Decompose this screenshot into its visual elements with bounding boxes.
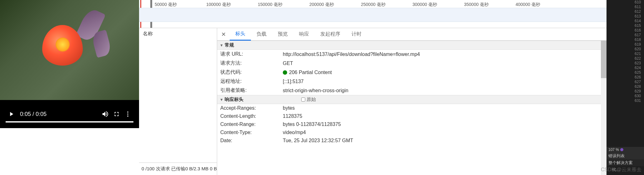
ide-zoom-value: 107 % [608,148,619,152]
remote-address-value: [::1]:5137 [283,78,304,85]
requests-list[interactable] [139,40,217,162]
ide-line-number: 617 [607,33,644,38]
ide-line-number: 620 [607,47,644,52]
watermark: CSDN @云来雁去 [601,167,642,173]
close-detail-button[interactable]: ✕ [217,28,230,41]
timeline-tick: 300000 毫秒 [412,2,437,8]
raw-checkbox-input[interactable] [301,98,305,102]
play-button[interactable] [6,108,17,120]
status-bar: 0 /100 次请求 已传输0 B/2.3 MB 0 B /2 [139,162,217,175]
video-frame [0,0,139,100]
ide-line-number: 628 [607,84,644,89]
ide-line-number: 614 [607,19,644,23]
tab-timing[interactable]: 计时 [346,28,367,41]
status-dot-icon [283,70,287,75]
request-method-label: 请求方法: [220,60,283,67]
disclosure-triangle-icon: ▼ [220,98,223,102]
request-detail: ✕ 标头 负载 预览 响应 发起程序 计时 ▼ 常规 请求 URL:http:/… [217,28,607,175]
content-length-value: 1128375 [283,113,302,119]
timeline-tick: 150000 毫秒 [258,2,282,8]
ide-line-number: 631 [607,98,644,103]
timeline-tick: 50000 毫秒 [155,2,177,8]
ide-sidebar: 6106116126136146156166176186196206216226… [607,0,644,175]
ide-line-number: 616 [607,28,644,33]
detail-tabs: ✕ 标头 负载 预览 响应 发起程序 计时 [217,28,607,41]
ide-line-number: 618 [607,38,644,42]
timeline-tick: 100000 毫秒 [206,2,231,8]
ide-line-number: 626 [607,75,644,80]
content-length-label: Content-Length: [220,113,283,119]
requests-name-column: 名称 0 /100 次请求 已传输0 B/2.3 MB 0 B /2 [139,28,217,175]
section-response-headers[interactable]: ▼ 响应标头 原始 [217,95,601,104]
name-column-header[interactable]: 名称 [139,28,217,40]
network-timeline[interactable]: 50000 毫秒100000 毫秒150000 毫秒200000 毫秒25000… [139,0,607,28]
referrer-policy-label: 引用者策略: [220,87,283,94]
ide-line-number: 615 [607,23,644,28]
timeline-ruler: 50000 毫秒100000 毫秒150000 毫秒200000 毫秒25000… [139,0,607,8]
section-general[interactable]: ▼ 常规 [217,41,601,50]
ide-line-number: 630 [607,94,644,98]
ide-line-number: 621 [607,52,644,56]
scrollbar-thumb[interactable] [601,41,607,78]
video-controls: 0:05 / 0:05 [0,100,139,128]
tab-response[interactable]: 响应 [293,28,315,41]
request-method-value: GET [283,60,293,67]
video-content-flower-center [56,38,70,52]
disclosure-triangle-icon: ▼ [220,43,223,48]
status-code-label: 状态代码: [220,69,283,76]
section-response-headers-label: 响应标头 [225,97,243,102]
timeline-tick: 400000 毫秒 [516,2,540,8]
fullscreen-button[interactable] [111,108,122,120]
volume-button[interactable] [100,108,111,120]
ide-line-number: 624 [607,66,644,70]
ide-solution-scope[interactable]: 整个解决方案 [607,159,644,166]
tab-headers[interactable]: 标头 [230,28,251,41]
content-range-value: bytes 0-1128374/1128375 [283,122,341,127]
video-player[interactable]: 0:05 / 0:05 [0,0,139,128]
content-type-value: video/mp4 [283,130,306,135]
request-url-label: 请求 URL: [220,51,283,58]
timeline-tick: 200000 毫秒 [309,2,334,8]
tab-preview[interactable]: 预览 [272,28,293,41]
ide-line-number: 612 [607,9,644,14]
ide-line-number: 629 [607,89,644,94]
raw-checkbox-label: 原始 [307,97,316,102]
content-type-label: Content-Type: [220,130,283,135]
progress-bar[interactable] [6,121,133,122]
more-options-button[interactable] [122,108,133,120]
content-range-label: Content-Range: [220,122,283,127]
svg-point-2 [127,116,128,117]
timeline-tick: 350000 毫秒 [464,2,489,8]
tab-payload[interactable]: 负载 [251,28,272,41]
ide-line-number: 619 [607,42,644,47]
accept-ranges-label: Accept-Ranges: [220,105,283,111]
remote-address-label: 远程地址: [220,78,283,85]
date-value: Tue, 25 Jul 2023 12:32:57 GMT [283,138,353,143]
raw-checkbox[interactable]: 原始 [301,97,316,102]
video-time: 0:05 / 0:05 [20,111,100,118]
ide-line-number: 613 [607,14,644,19]
ide-line-number: 610 [607,0,644,5]
ide-line-number: 622 [607,56,644,61]
accept-ranges-value: bytes [283,105,295,111]
tab-initiator[interactable]: 发起程序 [315,28,346,41]
svg-point-0 [127,112,128,113]
vertical-scrollbar[interactable] [601,41,607,175]
ide-line-number: 625 [607,70,644,75]
ide-line-number: 627 [607,80,644,84]
status-code-value: 206 Partial Content [289,70,332,75]
ide-line-number: 623 [607,61,644,66]
referrer-policy-value: strict-origin-when-cross-origin [283,87,348,94]
ide-zoom[interactable]: 107 % [607,147,644,152]
timeline-track [139,8,607,22]
ide-zoom-dot-icon [620,148,623,151]
section-general-label: 常规 [225,42,234,48]
ide-line-number: 611 [607,5,644,9]
ide-error-list[interactable]: 错误列表 [607,152,644,159]
devtools-panel: 50000 毫秒100000 毫秒150000 毫秒200000 毫秒25000… [139,0,607,175]
request-url-value: http://localhost:5137/api/Files/download… [283,51,420,58]
date-label: Date: [220,138,283,143]
svg-point-1 [127,113,128,115]
timeline-tick: 250000 毫秒 [361,2,386,8]
